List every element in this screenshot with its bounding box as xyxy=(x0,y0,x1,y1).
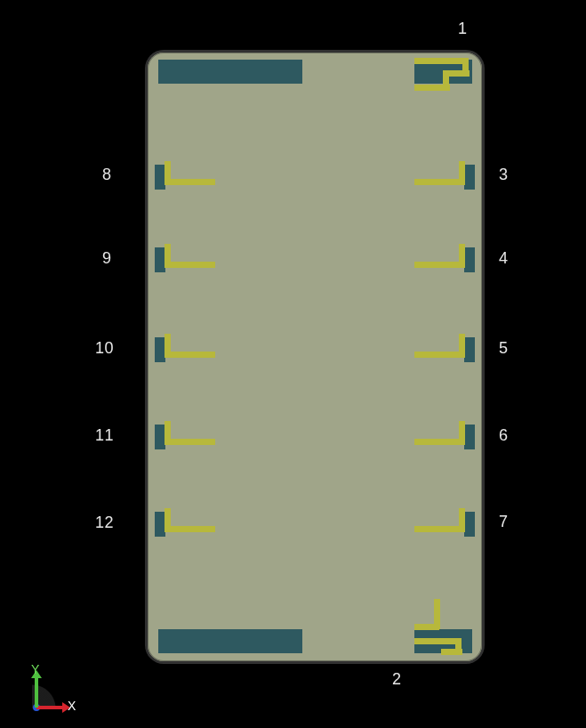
port-label-4: 4 xyxy=(499,249,509,268)
port-5-trace xyxy=(414,352,465,358)
port-2-trace xyxy=(414,624,439,630)
port-1-trace xyxy=(414,85,450,91)
port-label-6: 6 xyxy=(499,426,509,445)
x-axis-icon xyxy=(36,706,63,709)
port-label-12: 12 xyxy=(95,514,114,532)
x-axis-label: X xyxy=(68,699,76,713)
port-11-trace xyxy=(165,439,215,445)
port-1-trace xyxy=(414,58,468,64)
pcb-board xyxy=(148,53,482,661)
port-label-10: 10 xyxy=(95,339,114,358)
port-5-pad xyxy=(464,337,475,362)
port-10-trace xyxy=(165,352,215,358)
port-label-5: 5 xyxy=(499,339,509,358)
port-label-7: 7 xyxy=(499,513,509,531)
axis-gizmo[interactable]: X Y xyxy=(16,659,78,716)
y-axis-icon xyxy=(35,678,38,708)
port-6-pad xyxy=(464,425,475,449)
port-label-9: 9 xyxy=(102,249,112,268)
y-axis-label: Y xyxy=(31,662,39,676)
port-3-pad xyxy=(464,165,475,190)
port-3-trace xyxy=(414,179,465,185)
ground-top-left xyxy=(158,60,302,84)
port-7-trace xyxy=(414,526,465,532)
ground-bot-left xyxy=(158,629,302,653)
port-4-pad xyxy=(464,247,475,272)
port-9-trace xyxy=(165,262,215,268)
port-8-trace xyxy=(165,179,215,185)
port-label-2: 2 xyxy=(392,670,402,689)
port-12-trace xyxy=(165,526,215,532)
port-label-8: 8 xyxy=(102,166,112,184)
port-2-trace xyxy=(414,638,461,644)
port-label-3: 3 xyxy=(499,166,509,184)
viewport[interactable]: 1 2 3 4 5 6 7 8 9 10 11 12 X Y xyxy=(0,0,586,728)
port-7-pad xyxy=(464,512,475,537)
port-6-trace xyxy=(414,439,465,445)
port-label-1: 1 xyxy=(458,20,468,38)
port-label-11: 11 xyxy=(95,426,114,445)
port-4-trace xyxy=(414,262,465,268)
port-2-trace xyxy=(441,649,462,655)
